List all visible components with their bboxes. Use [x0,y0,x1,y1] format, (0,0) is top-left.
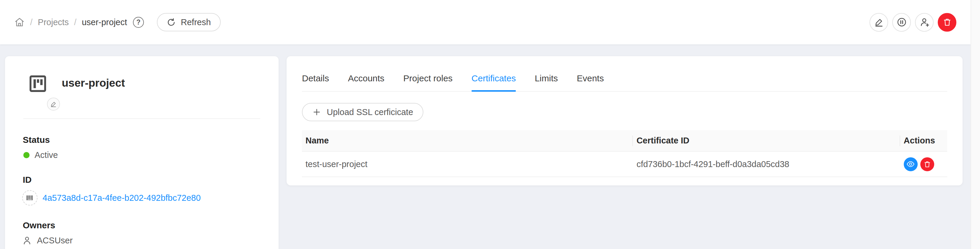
delete-icon [923,160,931,168]
column-header-certificate-id: Certificate ID [633,130,900,152]
upload-ssl-certificate-label: Upload SSL cerficicate [327,107,413,117]
edit-icon [874,18,884,27]
barcode-icon [25,193,34,202]
edit-name-button[interactable] [47,97,60,110]
top-bar: / Projects / user-project ? Refresh [0,0,970,45]
main-content: user-project Status Active ID [5,56,963,249]
delete-icon [942,18,952,27]
project-summary-card: user-project Status Active ID [5,56,278,249]
page-scrollbar[interactable] [970,0,980,249]
upload-ssl-certificate-button[interactable]: Upload SSL cerficicate [302,103,423,121]
certificates-table: Name Certificate ID Actions test-user-pr… [302,130,947,177]
id-section: ID [22,175,262,206]
table-header-row: Name Certificate ID Actions [302,130,947,152]
plus-icon [312,108,321,117]
add-account-button[interactable] [915,13,934,32]
view-certificate-button[interactable] [904,157,918,171]
tab-limits[interactable]: Limits [535,68,558,91]
question-circle-icon[interactable]: ? [133,17,144,28]
breadcrumb-item-current: user-project [82,18,127,27]
breadcrumb: / Projects / user-project ? Refresh [14,13,221,31]
tab-project-roles[interactable]: Project roles [403,68,453,91]
project-title: user-project [62,77,125,89]
project-icon [28,74,48,93]
id-label: ID [23,175,262,185]
user-icon [22,236,32,246]
column-header-name: Name [302,130,633,152]
delete-certificate-button[interactable] [920,157,934,171]
tab-details[interactable]: Details [302,68,329,91]
user-add-icon [920,17,929,27]
project-detail-card: Details Accounts Project roles Certifica… [286,56,963,185]
edit-project-button[interactable] [870,13,888,32]
tab-certificates[interactable]: Certificates [471,68,516,91]
owners-section: Owners ACSUser [22,220,262,246]
delete-project-button[interactable] [938,13,956,32]
status-dot-icon [23,152,30,158]
status-section: Status Active [22,135,262,160]
copy-id-button[interactable] [22,190,38,206]
edit-icon [50,101,57,107]
refresh-button[interactable]: Refresh [157,13,221,31]
project-id-link[interactable]: 4a573a8d-c17a-4fee-b202-492bfbc72e80 [43,193,200,203]
owners-label: Owners [23,220,262,230]
divider [23,118,260,119]
refresh-button-label: Refresh [181,18,211,27]
tab-accounts[interactable]: Accounts [348,68,384,91]
owner-value: ACSUser [37,236,73,246]
column-header-actions: Actions [900,130,947,152]
reload-icon [167,18,176,27]
certificate-name-cell: test-user-project [302,152,633,177]
pause-circle-icon [897,17,907,27]
breadcrumb-separator: / [30,18,32,27]
eye-icon [906,160,915,169]
status-value: Active [35,150,58,160]
tab-bar: Details Accounts Project roles Certifica… [302,68,947,92]
certificate-id-cell: cfd736b0-1bcf-4291-beff-d0a3da05cd38 [633,152,900,177]
table-row: test-user-project cfd736b0-1bcf-4291-bef… [302,152,947,177]
status-label: Status [23,135,262,145]
home-icon[interactable] [14,17,25,27]
suspend-project-button[interactable] [892,13,911,32]
project-card-head: user-project [22,74,262,93]
row-actions [904,157,942,171]
breadcrumb-separator: / [74,18,76,27]
project-actions [870,13,956,32]
breadcrumb-item-projects[interactable]: Projects [38,18,69,27]
tab-events[interactable]: Events [577,68,604,91]
